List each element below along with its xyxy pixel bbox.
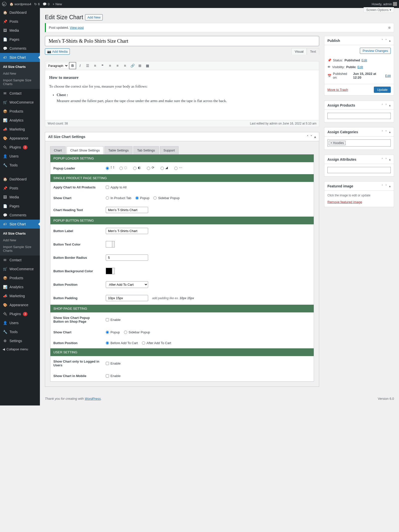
loader-opt-1[interactable]: ⠇⠇ [106, 166, 115, 171]
loader-opt-4[interactable]: ⟳ [147, 166, 157, 171]
submenu-item[interactable]: Import Sample Size Charts [0, 244, 40, 254]
apply-all-checkbox[interactable]: Apply to All [106, 185, 126, 189]
editor-content[interactable]: How to measure To choose the correct siz… [45, 70, 319, 120]
visual-tab[interactable]: Visual [292, 48, 307, 55]
link-button[interactable]: 🔗 [129, 62, 136, 69]
submenu-item[interactable]: All Size Charts [0, 63, 40, 70]
shop-sidebar-radio[interactable]: Sidebar Popup [124, 330, 150, 334]
category-tag[interactable]: × Hoodies [329, 141, 346, 145]
sidebar-item-tools[interactable]: 🔧Tools [0, 327, 40, 336]
add-media-button[interactable]: 📷 Add Media [45, 48, 70, 55]
align-left-button[interactable]: ≡ [106, 62, 113, 69]
remove-featured-link[interactable]: Remove featured image [327, 200, 362, 204]
new-link[interactable]: + New [53, 2, 62, 6]
down-icon[interactable]: ˅ [310, 135, 312, 139]
submenu-item[interactable]: Add New [0, 70, 40, 77]
tab-tab-settings[interactable]: Tab Settings [133, 146, 159, 154]
sidebar-item-dashboard[interactable]: 🏠Dashboard [0, 175, 40, 184]
sidebar-item-marketing[interactable]: 📣Marketing [0, 125, 40, 134]
wp-logo-icon[interactable] [2, 2, 6, 6]
shop-after-radio[interactable]: After Add To Cart [142, 341, 171, 345]
sidebar-item-comments[interactable]: 💬Comments [0, 44, 40, 53]
sidebar-item-pages[interactable]: 📄Pages [0, 35, 40, 44]
shop-before-radio[interactable]: Before Add To Cart [106, 341, 138, 345]
preview-changes-button[interactable]: Preview Changes [360, 48, 391, 54]
dismiss-notice-icon[interactable]: ⊗ [388, 26, 391, 29]
sidebar-item-posts[interactable]: 📌Posts [0, 184, 40, 193]
sidebar-item-plugins[interactable]: 🔌Plugins3 [0, 143, 40, 152]
sidebar-item-woocommerce[interactable]: 🛒WooCommerce [0, 98, 40, 107]
site-link[interactable]: 🏠 wordpress4 [9, 2, 31, 6]
up-icon[interactable]: ˄ [382, 39, 383, 42]
loader-opt-2[interactable]: ◌ [119, 166, 129, 171]
align-center-button[interactable]: ≡ [114, 62, 121, 69]
howdy-link[interactable]: Howdy, admin [372, 2, 397, 6]
screen-options-button[interactable]: Screen Options ▾ [364, 7, 394, 13]
show-sidebar-radio[interactable]: Sidebar Popup [153, 196, 180, 200]
bg-color-picker[interactable] [106, 268, 115, 274]
tab-table-settings[interactable]: Table Settings [104, 146, 132, 154]
up-icon[interactable]: ˄ [307, 135, 308, 139]
sidebar-item-products[interactable]: 📦Products [0, 107, 40, 116]
collapse-menu[interactable]: ◀ Collapse menu [0, 345, 40, 353]
loader-opt-5[interactable]: ◢ [161, 166, 170, 171]
sidebar-item-marketing[interactable]: 📣Marketing [0, 291, 40, 300]
show-tab-radio[interactable]: In Product Tab [106, 196, 131, 200]
logged-checkbox[interactable]: Enable [106, 362, 120, 365]
padding-input[interactable] [106, 295, 148, 301]
sidebar-item-comments[interactable]: 💬Comments [0, 211, 40, 220]
view-post-link[interactable]: View post [70, 26, 84, 29]
sidebar-item-contact[interactable]: ✉Contact [0, 89, 40, 98]
tab-support[interactable]: Support [160, 146, 179, 154]
sidebar-item-media[interactable]: 🖼Media [0, 26, 40, 35]
updates-link[interactable]: ↻ 6 [34, 2, 40, 6]
toggle-icon[interactable]: ▴ [389, 39, 391, 42]
sidebar-item-products[interactable]: 📦Products [0, 273, 40, 282]
wordpress-link[interactable]: WordPress [85, 397, 101, 400]
shop-popup-radio[interactable]: Popup [106, 330, 120, 334]
sidebar-item-settings[interactable]: ⚙Settings [0, 336, 40, 345]
ul-button[interactable]: ☰ [84, 62, 91, 69]
edit-date-link[interactable]: Edit [385, 74, 391, 78]
edit-status-link[interactable]: Edit [362, 58, 367, 62]
chart-heading-input[interactable] [106, 207, 148, 213]
text-tab[interactable]: Text [307, 48, 319, 55]
sidebar-item-analytics[interactable]: 📊Analytics [0, 282, 40, 291]
text-color-picker[interactable] [106, 241, 115, 248]
loader-opt-3[interactable]: ◐ [133, 166, 143, 171]
sidebar-item-pages[interactable]: 📄Pages [0, 202, 40, 211]
italic-button[interactable]: I [77, 62, 84, 69]
bold-button[interactable]: B [69, 62, 76, 69]
loader-opt-6[interactable]: ⋯ [174, 166, 184, 171]
move-to-trash-link[interactable]: Move to Trash [327, 88, 348, 92]
comments-link[interactable]: 💬 0 [43, 2, 49, 6]
align-right-button[interactable]: ≡ [121, 62, 128, 69]
toggle-icon[interactable]: ▴ [314, 135, 316, 139]
submenu-item[interactable]: Add New [0, 237, 40, 244]
more-button[interactable]: ⊞ [136, 62, 143, 69]
quote-button[interactable]: ❝ [99, 62, 106, 69]
submenu-item[interactable]: Import Sample Size Charts [0, 77, 40, 87]
mobile-checkbox[interactable]: Enable [106, 374, 120, 378]
update-button[interactable]: Update [374, 87, 391, 93]
sidebar-item-size-chart[interactable]: 🏷Size Chart [0, 220, 40, 229]
sidebar-item-appearance[interactable]: 🎨Appearance [0, 134, 40, 143]
shop-enable-checkbox[interactable]: Enable [106, 318, 120, 322]
sidebar-item-dashboard[interactable]: 🏠Dashboard [0, 8, 40, 17]
add-new-button[interactable]: Add New [85, 14, 103, 20]
sidebar-item-media[interactable]: 🖼Media [0, 193, 40, 202]
submenu-item[interactable]: All Size Charts [0, 230, 40, 237]
sidebar-item-plugins[interactable]: 🔌Plugins3 [0, 309, 40, 318]
sidebar-item-size-chart[interactable]: 🏷Size Chart [0, 53, 40, 62]
sidebar-item-woocommerce[interactable]: 🛒WooCommerce [0, 265, 40, 273]
tab-chart[interactable]: Chart [50, 146, 66, 154]
toolbar-toggle-button[interactable]: ▦ [144, 62, 151, 69]
sidebar-item-appearance[interactable]: 🎨Appearance [0, 300, 40, 309]
sidebar-item-users[interactable]: 👤Users [0, 318, 40, 327]
sidebar-item-contact[interactable]: ✉Contact [0, 256, 40, 265]
button-label-input[interactable] [106, 228, 148, 234]
sidebar-item-posts[interactable]: 📌Posts [0, 17, 40, 26]
assign-products-input[interactable] [327, 113, 391, 119]
ol-button[interactable]: ≡ [92, 62, 99, 69]
assign-attributes-input[interactable] [327, 167, 391, 173]
